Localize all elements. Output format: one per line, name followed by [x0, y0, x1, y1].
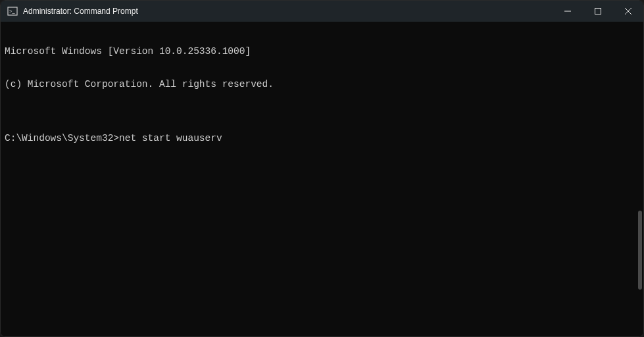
window-controls [553, 1, 643, 22]
maximize-button[interactable] [583, 1, 613, 22]
prompt-line: C:\Windows\System32>net start wuauserv [5, 133, 639, 144]
command-prompt-window: >_ Administrator: Command Prompt [0, 0, 644, 337]
window-title: Administrator: Command Prompt [23, 7, 553, 16]
terminal-area[interactable]: Microsoft Windows [Version 10.0.25336.10… [1, 22, 643, 336]
version-line: Microsoft Windows [Version 10.0.25336.10… [5, 46, 639, 57]
svg-text:>_: >_ [9, 9, 16, 14]
svg-rect-3 [595, 9, 601, 14]
typed-command: net start wuauserv [119, 133, 222, 144]
scrollbar-thumb[interactable] [638, 211, 642, 290]
minimize-button[interactable] [553, 1, 583, 22]
titlebar[interactable]: >_ Administrator: Command Prompt [1, 1, 643, 22]
prompt-path: C:\Windows\System32> [5, 133, 119, 144]
copyright-line: (c) Microsoft Corporation. All rights re… [5, 79, 639, 90]
close-button[interactable] [613, 1, 643, 22]
cmd-icon: >_ [7, 6, 18, 16]
